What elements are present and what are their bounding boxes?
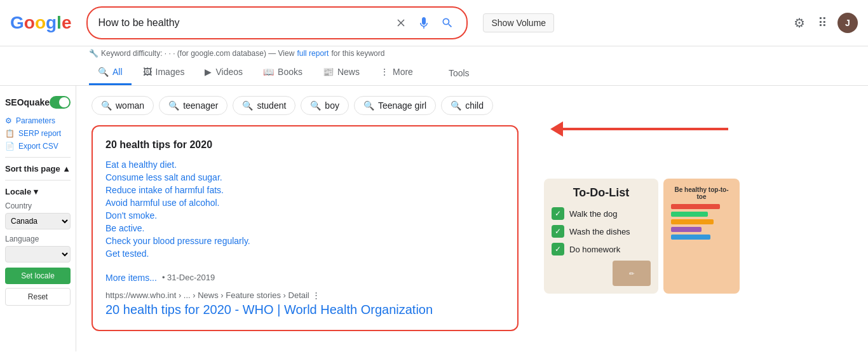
reset-button[interactable]: Reset bbox=[5, 288, 71, 306]
search-button[interactable] bbox=[438, 14, 456, 32]
tab-all[interactable]: 🔍 All bbox=[89, 60, 132, 85]
arrow-head bbox=[550, 121, 563, 137]
healthy-card-title: Be healthy top-to-toe bbox=[671, 186, 732, 200]
snippet-item-link[interactable]: Avoid harmful use of alcohol. bbox=[105, 198, 220, 208]
more-icon: ⋮ bbox=[380, 67, 389, 77]
snippet-title: 20 health tips for 2020 bbox=[105, 139, 505, 151]
search-bar bbox=[86, 6, 468, 39]
apps-icon[interactable]: ⠿ bbox=[815, 13, 830, 33]
clear-button[interactable] bbox=[393, 15, 409, 31]
list-item: Check your blood pressure regularly. bbox=[105, 235, 505, 247]
chip-woman[interactable]: 🔍 woman bbox=[92, 96, 154, 115]
todo-card: To-Do-List ✓ Walk the dog ✓ Wash the dis… bbox=[544, 179, 658, 294]
google-logo: Google bbox=[10, 13, 71, 33]
sidebar-divider-2 bbox=[5, 180, 71, 180]
show-volume-button[interactable]: Show Volume bbox=[483, 13, 554, 32]
locale-header[interactable]: Locale ▾ bbox=[5, 187, 71, 196]
tab-tools[interactable]: Tools bbox=[440, 62, 478, 85]
search-input[interactable] bbox=[98, 17, 388, 29]
more-options-icon[interactable]: ⋮ bbox=[312, 290, 320, 300]
main-content: SEOquake ⚙ Parameters 📋 SERP report 📄 Ex… bbox=[0, 86, 868, 351]
check-icon-2: ✓ bbox=[552, 225, 564, 238]
list-item: Consume less salt and sugar. bbox=[105, 171, 505, 184]
avatar[interactable]: J bbox=[837, 13, 858, 33]
todo-item-3: ✓ Do homework bbox=[552, 243, 651, 255]
language-select[interactable] bbox=[5, 246, 71, 262]
arrow-body bbox=[563, 128, 728, 130]
snippet-item-link[interactable]: Don't smoke. bbox=[105, 210, 157, 221]
check-icon: ✓ bbox=[552, 207, 564, 220]
right-images: To-Do-List ✓ Walk the dog ✓ Wash the dis… bbox=[544, 179, 740, 294]
chip-teenager[interactable]: 🔍 teenager bbox=[159, 96, 227, 115]
parameters-icon: ⚙ bbox=[5, 116, 12, 125]
tab-more[interactable]: ⋮ More bbox=[371, 60, 422, 85]
source-url: https://www.who.int › ... › News › Featu… bbox=[105, 290, 505, 300]
result-title-link[interactable]: 20 health tips for 2020 - WHO | World He… bbox=[105, 303, 505, 317]
tab-videos[interactable]: ▶ Videos bbox=[196, 60, 252, 85]
serp-icon: 📋 bbox=[5, 129, 15, 138]
chip-search-icon-4: 🔍 bbox=[310, 100, 321, 111]
news-icon: 📰 bbox=[323, 67, 334, 77]
mic-button[interactable] bbox=[416, 13, 432, 33]
sidebar-divider bbox=[5, 157, 71, 158]
chip-student[interactable]: 🔍 student bbox=[233, 96, 295, 115]
search-results: 🔍 woman 🔍 teenager 🔍 student 🔍 boy 🔍 Tee… bbox=[76, 86, 534, 351]
header: Google Show Volume ⚙ ⠿ J bbox=[0, 0, 868, 46]
list-item: Get tested. bbox=[105, 247, 505, 260]
right-panel: To-Do-List ✓ Walk the dog ✓ Wash the dis… bbox=[534, 86, 750, 351]
all-icon: 🔍 bbox=[98, 67, 109, 77]
keyword-text: Keyword difficulty: · · · (for google.co… bbox=[101, 49, 294, 58]
parameters-link[interactable]: ⚙ Parameters bbox=[5, 116, 71, 125]
chip-search-icon-6: 🔍 bbox=[451, 100, 461, 111]
snippet-list: Eat a healthy diet. Consume less salt an… bbox=[105, 158, 505, 260]
snippet-item-link[interactable]: Eat a healthy diet. bbox=[105, 160, 177, 170]
seoquake-toggle[interactable] bbox=[50, 96, 71, 109]
chevron-down-icon: ▾ bbox=[34, 187, 38, 196]
snippet-item-link[interactable]: Be active. bbox=[105, 223, 144, 233]
todo-title: To-Do-List bbox=[552, 186, 651, 200]
tab-news[interactable]: 📰 News bbox=[314, 60, 369, 85]
sort-header[interactable]: Sort this page ▲ bbox=[5, 164, 71, 174]
header-right: ⚙ ⠿ J bbox=[791, 13, 858, 33]
chevron-up-icon: ▲ bbox=[62, 164, 71, 174]
list-item: Eat a healthy diet. bbox=[105, 158, 505, 171]
images-icon: 🖼 bbox=[143, 67, 152, 77]
tab-books[interactable]: 📖 Books bbox=[254, 60, 311, 85]
todo-item-2: ✓ Wash the dishes bbox=[552, 225, 651, 238]
books-icon: 📖 bbox=[263, 67, 274, 77]
chip-teenage-girl[interactable]: 🔍 Teenage girl bbox=[354, 96, 436, 115]
full-report-link[interactable]: full report bbox=[297, 49, 329, 58]
snippet-date: • 31-Dec-2019 bbox=[162, 273, 215, 282]
list-item: Reduce intake of harmful fats. bbox=[105, 184, 505, 196]
featured-snippet: 20 health tips for 2020 Eat a healthy di… bbox=[92, 125, 519, 331]
nav-tabs: 🔍 All 🖼 Images ▶ Videos 📖 Books 📰 News ⋮… bbox=[0, 60, 868, 86]
serp-report-link[interactable]: 📋 SERP report bbox=[5, 129, 71, 138]
chip-child[interactable]: 🔍 child bbox=[441, 96, 493, 115]
tab-images[interactable]: 🖼 Images bbox=[134, 60, 194, 85]
toggle-knob bbox=[59, 97, 69, 107]
chip-boy[interactable]: 🔍 boy bbox=[301, 96, 349, 115]
todo-item-1: ✓ Walk the dog bbox=[552, 207, 651, 220]
country-select[interactable]: Canada bbox=[5, 213, 71, 229]
snippet-item-link[interactable]: Check your blood pressure regularly. bbox=[105, 236, 250, 246]
more-items-link[interactable]: More items... bbox=[105, 273, 157, 283]
export-csv-link[interactable]: 📄 Export CSV bbox=[5, 142, 71, 151]
chip-search-icon-2: 🔍 bbox=[168, 100, 179, 111]
csv-icon: 📄 bbox=[5, 142, 15, 151]
check-icon-3: ✓ bbox=[552, 243, 564, 255]
chip-search-icon-5: 🔍 bbox=[363, 100, 374, 111]
sidebar: SEOquake ⚙ Parameters 📋 SERP report 📄 Ex… bbox=[0, 86, 76, 351]
chip-search-icon-3: 🔍 bbox=[242, 100, 253, 111]
keyword-suffix: for this keyword bbox=[331, 49, 384, 58]
settings-icon[interactable]: ⚙ bbox=[791, 13, 808, 33]
list-item: Avoid harmful use of alcohol. bbox=[105, 196, 505, 209]
arrow-container bbox=[544, 102, 740, 140]
country-label: Country bbox=[5, 201, 71, 210]
seoquake-title: SEOquake bbox=[5, 97, 50, 107]
snippet-item-link[interactable]: Reduce intake of harmful fats. bbox=[105, 185, 224, 195]
snippet-item-link[interactable]: Get tested. bbox=[105, 249, 149, 259]
snippet-item-link[interactable]: Consume less salt and sugar. bbox=[105, 172, 222, 182]
videos-icon: ▶ bbox=[205, 67, 212, 77]
set-locale-button[interactable]: Set locale bbox=[5, 268, 71, 284]
search-bar-icons bbox=[393, 13, 456, 33]
